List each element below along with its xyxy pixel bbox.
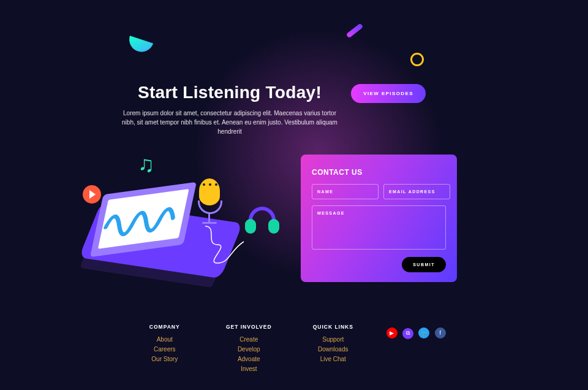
- footer-heading: GET INVOLVED: [207, 324, 292, 330]
- hero-subheading: Lorem ipsum dolor sit amet, consectetur …: [116, 109, 343, 136]
- footer-link[interactable]: Advoate: [207, 354, 292, 364]
- contact-card: CONTACT US SUBMIT: [301, 155, 457, 282]
- footer-link[interactable]: Invest: [207, 364, 292, 374]
- email-field[interactable]: [383, 184, 450, 199]
- footer-link[interactable]: Support: [291, 335, 375, 345]
- hero-heading: Start Listening Today!: [116, 83, 343, 102]
- footer-link[interactable]: About: [123, 335, 207, 345]
- twitter-icon[interactable]: 🐦: [418, 327, 429, 338]
- music-note-icon: ♫: [138, 151, 154, 177]
- footer: COMPANY About Careers Our Story GET INVO…: [0, 283, 588, 374]
- footer-link[interactable]: Downloads: [291, 345, 375, 354]
- footer-link[interactable]: Live Chat: [291, 354, 375, 364]
- hero-text-block: Start Listening Today! Lorem ipsum dolor…: [116, 83, 343, 136]
- footer-heading: QUICK LINKS: [291, 324, 375, 330]
- contact-title: CONTACT US: [312, 168, 446, 177]
- hero-illustration: ♫: [80, 155, 282, 283]
- twitch-icon[interactable]: ⧉: [402, 328, 413, 339]
- footer-link[interactable]: Develop: [207, 345, 292, 354]
- message-field[interactable]: [312, 205, 446, 250]
- footer-social: ▶ ⧉ 🐦 f: [375, 326, 460, 374]
- footer-col-quick-links: QUICK LINKS Support Downloads Live Chat: [291, 324, 375, 374]
- play-icon: [83, 185, 101, 204]
- footer-link[interactable]: Our Story: [123, 354, 207, 364]
- footer-link[interactable]: Create: [207, 335, 292, 345]
- name-field[interactable]: [312, 184, 379, 199]
- footer-col-company: COMPANY About Careers Our Story: [123, 324, 207, 374]
- youtube-icon[interactable]: ▶: [386, 327, 398, 338]
- view-episodes-button[interactable]: VIEW EPISODES: [351, 84, 426, 103]
- headphones-icon: [245, 207, 282, 239]
- facebook-icon[interactable]: f: [435, 327, 446, 338]
- footer-col-get-involved: GET INVOLVED Create Develop Advoate Inve…: [207, 324, 292, 374]
- footer-link[interactable]: Careers: [123, 345, 207, 354]
- footer-heading: COMPANY: [123, 324, 207, 330]
- submit-button[interactable]: SUBMIT: [402, 257, 446, 272]
